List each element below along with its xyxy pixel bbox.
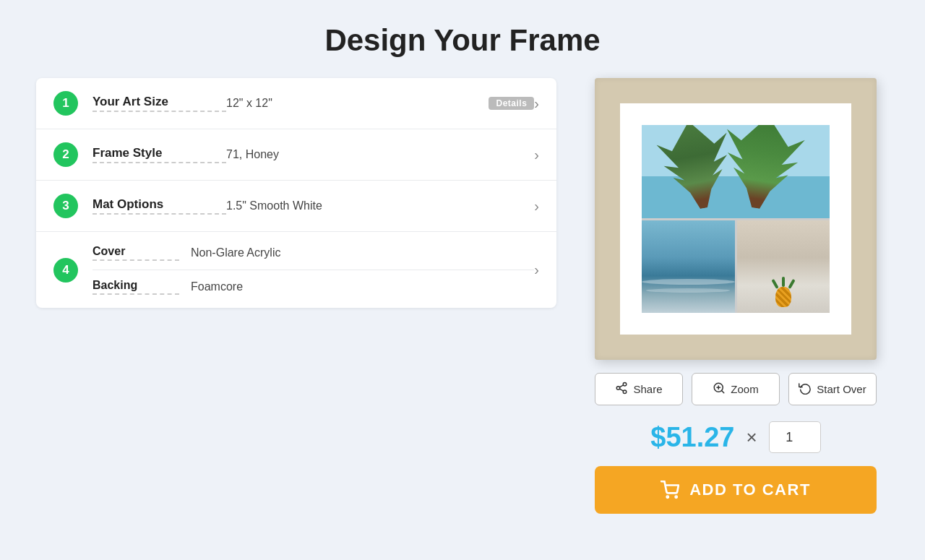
frame-image-collage: [642, 125, 830, 313]
backing-value: Foamcore: [191, 280, 243, 293]
option-label-group-1: Your Art Size: [92, 95, 226, 112]
pineapple-image: [737, 220, 830, 314]
cover-row: Cover Non-Glare Acrylic: [92, 245, 534, 270]
option-value-art-size: 12" x 12": [226, 97, 480, 110]
option-row-art-size[interactable]: 1 Your Art Size 12" x 12" Details ›: [36, 78, 556, 129]
cover-label: Cover: [92, 245, 179, 261]
option-value-mat-options: 1.5" Smooth White: [226, 199, 534, 212]
backing-row: Backing Foamcore: [92, 279, 534, 295]
option-value-wrap-2: 71, Honey: [226, 148, 534, 161]
option-row-mat-options[interactable]: 3 Mat Options 1.5" Smooth White ›: [36, 181, 556, 232]
chevron-icon-4: ›: [534, 262, 539, 278]
option-row-cover-backing[interactable]: 4 Cover Non-Glare Acrylic Backing Foamco…: [36, 232, 556, 308]
page-title: Design Your Frame: [324, 23, 600, 58]
cover-value: Non-Glare Acrylic: [191, 246, 280, 259]
price-row: $51.27 ×: [595, 421, 877, 453]
zoom-icon: [713, 382, 726, 397]
svg-line-6: [722, 390, 724, 392]
step-badge-2: 2: [53, 142, 78, 167]
option-label-group-3: Mat Options: [92, 197, 226, 215]
refresh-icon: [799, 382, 812, 397]
backing-label: Backing: [92, 279, 179, 295]
option-label-mat-options: Mat Options: [92, 197, 226, 215]
chevron-icon-1: ›: [534, 95, 539, 112]
share-icon: [615, 382, 628, 397]
ocean-image: [642, 220, 735, 314]
option-value-frame-style: 71, Honey: [226, 148, 534, 161]
step-badge-4: 4: [53, 258, 78, 283]
add-to-cart-button[interactable]: ADD TO CART: [595, 466, 877, 514]
pineapple-shape: [774, 277, 793, 307]
step-badge-1: 1: [53, 91, 78, 116]
svg-line-4: [620, 385, 624, 387]
start-over-label: Start Over: [817, 383, 866, 395]
cover-backing-group: Cover Non-Glare Acrylic Backing Foamcore: [92, 245, 534, 295]
pineapple-body: [775, 287, 791, 307]
cart-icon: [661, 481, 679, 499]
share-label: Share: [633, 383, 662, 395]
svg-point-9: [667, 496, 668, 498]
start-over-button[interactable]: Start Over: [788, 373, 877, 405]
option-label-art-size: Your Art Size: [92, 95, 226, 112]
details-badge[interactable]: Details: [489, 97, 534, 110]
multiply-symbol: ×: [747, 426, 757, 449]
option-value-wrap-3: 1.5" Smooth White: [226, 199, 534, 212]
right-panel: Share Zoom Start Over: [582, 78, 889, 514]
svg-line-3: [620, 389, 624, 391]
collage-top-image: [642, 125, 830, 218]
options-panel: 1 Your Art Size 12" x 12" Details › 2 Fr…: [36, 78, 556, 308]
option-label-frame-style: Frame Style: [92, 146, 226, 163]
frame-mat: [620, 103, 851, 335]
share-button[interactable]: Share: [595, 373, 683, 405]
option-row-frame-style[interactable]: 2 Frame Style 71, Honey ›: [36, 129, 556, 181]
price-amount: $51.27: [650, 422, 734, 453]
chevron-icon-2: ›: [534, 147, 539, 163]
action-buttons: Share Zoom Start Over: [595, 373, 877, 405]
option-value-wrap-1: 12" x 12" Details: [226, 97, 534, 110]
quantity-input[interactable]: [769, 421, 821, 453]
main-content: 1 Your Art Size 12" x 12" Details › 2 Fr…: [36, 78, 889, 514]
chevron-icon-3: ›: [534, 198, 539, 215]
frame-outer: [595, 78, 877, 360]
frame-preview: [595, 78, 877, 360]
collage-pineapple-image: [737, 220, 830, 314]
step-badge-3: 3: [53, 194, 78, 218]
collage-ocean-image: [642, 220, 735, 314]
add-to-cart-label: ADD TO CART: [689, 481, 811, 499]
option-label-group-2: Frame Style: [92, 146, 226, 163]
zoom-label: Zoom: [731, 383, 758, 395]
palms-image: [642, 125, 830, 218]
svg-point-10: [676, 496, 677, 498]
zoom-button[interactable]: Zoom: [692, 373, 780, 405]
